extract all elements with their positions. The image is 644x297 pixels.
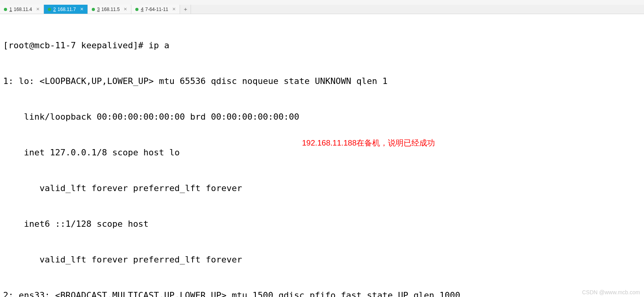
- tab-session-4[interactable]: 4 7-64-11-11 ✕: [131, 5, 180, 14]
- tab-bar: 1 168.11.4 ✕ 2 168.11.7 ✕ 3 168.11.5 ✕ 4…: [0, 5, 644, 14]
- add-tab-button[interactable]: ＋: [180, 5, 191, 14]
- terminal-line: [root@mcb-11-7 keepalived]# ip a: [3, 40, 641, 51]
- tab-session-2[interactable]: 2 168.11.7 ✕: [44, 5, 88, 14]
- close-icon[interactable]: ✕: [80, 7, 84, 12]
- tab-number: 3: [97, 7, 100, 12]
- status-dot-icon: [135, 8, 138, 11]
- terminal-line: 2: ens33: <BROADCAST,MULTICAST,UP,LOWER_…: [3, 290, 641, 297]
- status-dot-icon: [4, 8, 7, 11]
- terminal-line: valid_lft forever preferred_lft forever: [3, 182, 641, 194]
- tab-number: 4: [141, 7, 144, 12]
- status-dot-icon: [48, 8, 51, 11]
- status-dot-icon: [92, 8, 95, 11]
- close-icon[interactable]: ✕: [172, 7, 176, 12]
- tab-number: 2: [53, 7, 56, 12]
- tab-label: 7-64-11-11: [145, 7, 168, 12]
- tab-label: 168.11.4: [14, 7, 32, 12]
- tab-session-3[interactable]: 3 168.11.5 ✕: [88, 5, 132, 14]
- terminal-output[interactable]: [root@mcb-11-7 keepalived]# ip a 1: lo: …: [0, 14, 644, 297]
- watermark-text: CSDN @www.mcb.com: [582, 289, 640, 295]
- terminal-line: valid_lft forever preferred_lft forever: [3, 254, 641, 266]
- tab-label: 168.11.5: [102, 7, 120, 12]
- close-icon[interactable]: ✕: [124, 7, 127, 12]
- close-icon[interactable]: ✕: [36, 7, 40, 12]
- terminal-line: 1: lo: <LOOPBACK,UP,LOWER_UP> mtu 65536 …: [3, 75, 641, 87]
- terminal-line: link/loopback 00:00:00:00:00:00 brd 00:0…: [3, 111, 641, 123]
- tab-number: 1: [9, 7, 12, 12]
- window-titlebar: [0, 0, 644, 5]
- tab-session-1[interactable]: 1 168.11.4 ✕: [0, 5, 44, 14]
- annotation-note: 192.168.11.188在备机，说明已经成功: [302, 138, 435, 149]
- terminal-line: inet6 ::1/128 scope host: [3, 218, 641, 230]
- tab-label: 168.11.7: [58, 7, 76, 12]
